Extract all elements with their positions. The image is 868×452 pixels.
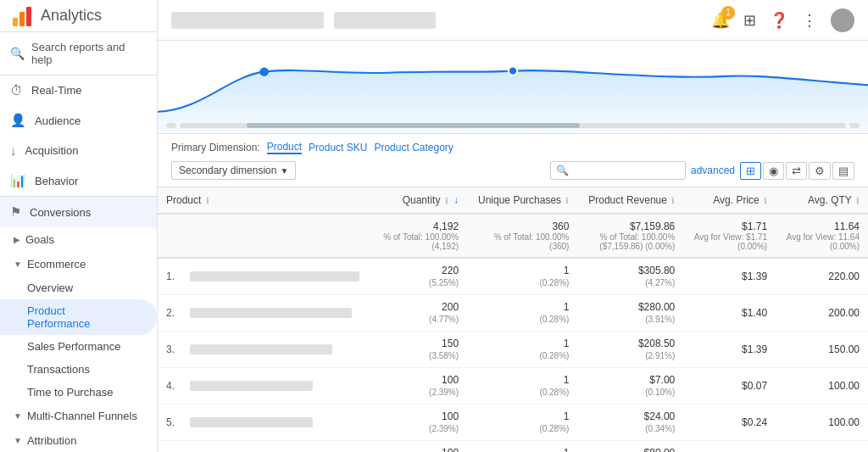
avgprice-cell-3: $0.07 xyxy=(683,368,776,405)
audience-icon: 👤 xyxy=(10,113,26,128)
revenue-cell-0: $305.80(4.27%) xyxy=(577,258,683,295)
table-search-box[interactable]: 🔍 xyxy=(550,161,686,180)
product-bar-wrap-3 xyxy=(190,381,364,391)
summary-revenue-value: $7,159.86 xyxy=(586,220,675,232)
product-bar-wrap-2 xyxy=(190,344,364,354)
product-bar-wrap-1 xyxy=(190,308,364,318)
attribution-group-header[interactable]: ▼ Attribution xyxy=(0,428,157,452)
product-info-icon[interactable]: ℹ xyxy=(206,196,209,205)
row-number-0: 1. xyxy=(166,271,183,282)
sidebar-item-product-performance[interactable]: ProductPerformance xyxy=(0,299,157,335)
advanced-link[interactable]: advanced xyxy=(691,165,735,176)
avgprice-cell-5: $0.80 xyxy=(683,441,776,453)
unique-cell-4: 1(0.28%) xyxy=(467,405,577,441)
controls-row: Secondary dimension ▼ 🔍 advanced ⊞ ◉ ⇄ ⚙… xyxy=(171,161,854,180)
ecommerce-group-header[interactable]: ▼ Ecommerce xyxy=(0,252,157,276)
app-title: Analytics xyxy=(41,7,102,25)
col-header-product-revenue[interactable]: Product Revenue ℹ xyxy=(577,187,683,214)
table-row: 1. 220(5.25%) 1(0.28%) $305.80(4.27%) $1… xyxy=(158,258,868,295)
timeline-track[interactable] xyxy=(180,123,846,128)
dim-product-sku-link[interactable]: Product SKU xyxy=(309,142,367,153)
svg-rect-0 xyxy=(13,18,18,26)
product-bar-wrap-4 xyxy=(190,417,364,427)
avgqty-cell-2: 150.00 xyxy=(776,332,868,368)
col-header-avg-qty[interactable]: Avg. QTY ℹ xyxy=(776,187,868,214)
rev-pct-2: (2.91%) xyxy=(645,351,675,360)
apps-button[interactable]: ⊞ xyxy=(743,11,756,30)
timeline-scrubber xyxy=(158,118,868,133)
goals-group-header[interactable]: ▶ Goals xyxy=(0,227,157,252)
table-row: 2. 200(4.77%) 1(0.28%) $280.00(3.91%) $1… xyxy=(158,295,868,332)
table-search-input[interactable] xyxy=(572,165,674,176)
product-cell-3: 4. xyxy=(158,368,373,405)
revenue-cell-2: $208.50(2.91%) xyxy=(577,332,683,368)
filter-view-button[interactable]: ⚙ xyxy=(809,162,831,180)
qty-pct-2: (3.58%) xyxy=(429,351,459,360)
notification-badge: 1 xyxy=(721,6,735,20)
dim-product-link[interactable]: Product xyxy=(267,141,302,154)
product-bar-wrap-0 xyxy=(190,271,364,282)
more-options-button[interactable]: ⋮ xyxy=(802,11,817,30)
sidebar-item-conversions[interactable]: ⚑ Conversions xyxy=(0,197,157,227)
svg-point-4 xyxy=(509,66,517,75)
grid-view-button[interactable]: ⊞ xyxy=(740,162,761,180)
summary-quantity-cell: 4,192 % of Total: 100.00%(4,192) xyxy=(373,214,467,258)
ecommerce-label: Ecommerce xyxy=(27,258,86,271)
sidebar-item-behavior[interactable]: 📊 Behavior xyxy=(0,165,157,196)
multi-channel-group-header[interactable]: ▼ Multi-Channel Funnels xyxy=(0,404,157,428)
revenue-cell-5: $80.00(1.12%) xyxy=(577,441,683,453)
goals-arrow-icon: ▶ xyxy=(14,235,20,244)
product-cell-5: 6. xyxy=(158,441,373,453)
revenue-info-icon[interactable]: ℹ xyxy=(671,196,675,205)
qty-pct-4: (2.39%) xyxy=(429,424,459,433)
controls-section: Primary Dimension: Product Product SKU P… xyxy=(158,134,868,187)
sidebar-item-overview[interactable]: Overview xyxy=(0,276,157,299)
help-button[interactable]: ❓ xyxy=(770,11,788,30)
search-reports-help[interactable]: 🔍 Search reports and help xyxy=(0,32,157,75)
row-number-3: 4. xyxy=(166,380,183,392)
ecommerce-items: Overview ProductPerformance Sales Perfor… xyxy=(0,276,157,404)
attribution-label: Attribution xyxy=(27,434,77,447)
col-header-product[interactable]: Product ℹ xyxy=(158,187,373,214)
col-header-quantity[interactable]: Quantity ℹ ↓ xyxy=(373,187,467,214)
property-selector[interactable] xyxy=(334,12,436,29)
user-avatar[interactable] xyxy=(831,8,854,32)
data-table-container: Product ℹ Quantity ℹ ↓ Unique Purchases … xyxy=(158,187,868,452)
avgqty-cell-4: 100.00 xyxy=(776,405,868,441)
avgprice-info-icon[interactable]: ℹ xyxy=(764,196,767,205)
notifications-button[interactable]: 🔔 1 xyxy=(711,11,730,30)
quantity-cell-5: 100(2.39%) xyxy=(373,441,467,453)
account-selector[interactable] xyxy=(171,12,324,29)
ecommerce-arrow-icon: ▼ xyxy=(14,259,22,269)
pie-view-button[interactable]: ◉ xyxy=(763,162,784,180)
avgqty-info-icon[interactable]: ℹ xyxy=(856,196,860,205)
quantity-cell-2: 150(3.58%) xyxy=(373,332,467,368)
sidebar-item-audience[interactable]: 👤 Audience xyxy=(0,105,157,136)
sidebar: Analytics 🔍 Search reports and help ⏱ Re… xyxy=(0,0,158,452)
unique-info-icon[interactable]: ℹ xyxy=(565,196,569,205)
summary-unique-sub: % of Total: 100.00%(360) xyxy=(476,232,569,251)
unique-cell-2: 1(0.28%) xyxy=(467,332,577,368)
row-number-2: 3. xyxy=(166,343,183,355)
col-header-avg-price[interactable]: Avg. Price ℹ xyxy=(683,187,776,214)
product-name-4 xyxy=(190,417,313,427)
main-content: 🔔 1 ⊞ ❓ ⋮ xyxy=(158,0,868,452)
secondary-dimension-button[interactable]: Secondary dimension ▼ xyxy=(171,161,296,180)
sidebar-item-sales-performance[interactable]: Sales Performance xyxy=(0,335,157,358)
summary-avgprice-cell: $1.71 Avg for View: $1.71(0.00%) xyxy=(683,214,776,258)
avgprice-cell-1: $1.40 xyxy=(683,295,776,332)
sidebar-item-realtime[interactable]: ⏱ Real-Time xyxy=(0,75,157,105)
primary-dim-label: Primary Dimension: xyxy=(171,142,260,153)
sidebar-item-transactions[interactable]: Transactions xyxy=(0,358,157,381)
sidebar-item-time-to-purchase[interactable]: Time to Purchase xyxy=(0,381,157,404)
dim-product-category-link[interactable]: Product Category xyxy=(374,142,453,153)
sidebar-item-acquisition[interactable]: ↓ Acquisition xyxy=(0,136,157,165)
quantity-info-icon[interactable]: ℹ xyxy=(445,196,448,205)
pivot-view-button[interactable]: ▤ xyxy=(832,162,854,180)
realtime-icon: ⏱ xyxy=(10,83,23,98)
sidebar-header: Analytics xyxy=(0,0,157,32)
compare-view-button[interactable]: ⇄ xyxy=(786,162,807,180)
summary-avgprice-sub: Avg for View: $1.71(0.00%) xyxy=(692,232,767,251)
col-header-unique-purchases[interactable]: Unique Purchases ℹ xyxy=(467,187,577,214)
avgqty-cell-1: 200.00 xyxy=(776,295,868,332)
